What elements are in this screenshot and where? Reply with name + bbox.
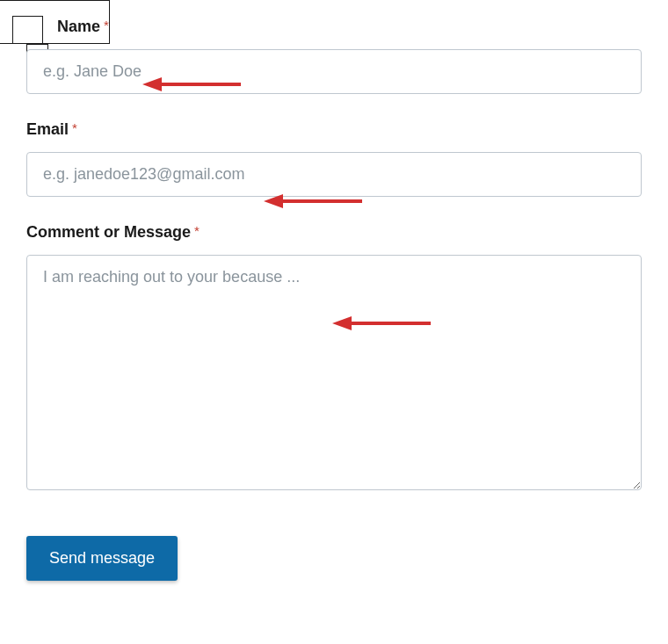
name-field-group: Name* (26, 18, 642, 94)
message-required-mark: * (194, 223, 200, 238)
contact-form: Name* Email* Comment or Message* Send me… (0, 0, 668, 598)
message-label: Comment or Message (26, 223, 191, 242)
email-input[interactable] (26, 152, 642, 197)
email-required-mark: * (72, 120, 77, 135)
email-field-group: Email* (26, 120, 642, 197)
name-label: Name (57, 18, 100, 36)
name-input[interactable] (26, 49, 642, 94)
send-message-button[interactable]: Send message (26, 536, 178, 581)
message-textarea[interactable] (26, 255, 642, 490)
name-required-mark: * (104, 18, 109, 33)
message-field-group: Comment or Message* (26, 223, 642, 494)
email-label: Email (26, 120, 69, 139)
